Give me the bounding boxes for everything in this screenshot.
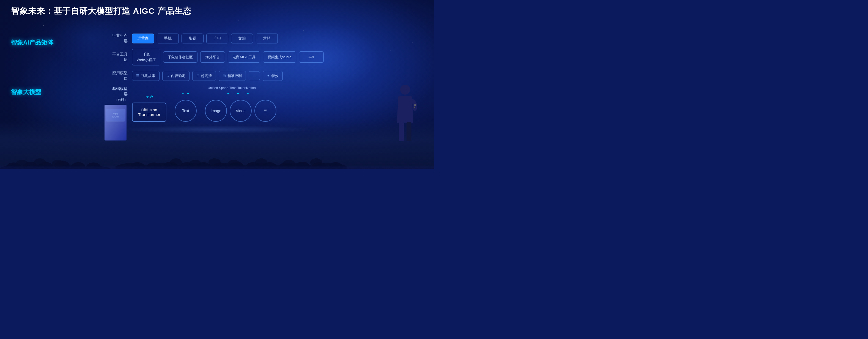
app-label: 应用模型层: [110, 70, 132, 81]
svg-rect-1: [106, 109, 125, 121]
svg-text:智见美好: 智见美好: [112, 116, 119, 118]
industry-cells: 运营商 手机 影视 广电 文旅 营销: [132, 34, 401, 43]
text-chevrons: ⌃⌃: [181, 92, 190, 98]
ust-label: Unified Space-Time Tokenization: [208, 86, 276, 90]
industry-cell-0[interactable]: 运营商: [132, 34, 154, 43]
app-cell-visual-text: 视觉故事: [141, 73, 155, 79]
ust-chevrons: ⌃⌃⌃: [205, 92, 276, 98]
app-cell-control-text: 精准控制: [227, 73, 242, 79]
svg-point-4: [400, 85, 410, 95]
industry-label: 行业生态层: [110, 33, 132, 44]
foundation-label: 基础模型层 （自研）: [110, 86, 132, 102]
foundation-cells: ⌃⌃ Diffusion Transformer ⌃⌃ Text Unified…: [132, 86, 401, 122]
platform-cell-4[interactable]: 视频生成studio: [263, 52, 296, 63]
platform-cell-5[interactable]: API: [299, 52, 324, 63]
platform-cell-2[interactable]: 海外平台: [200, 52, 225, 63]
left-panel: 智象AI产品矩阵 智象大模型: [11, 38, 53, 96]
diffusion-transformer-box: Diffusion Transformer: [132, 102, 166, 122]
platform-row: 平台工具层 千象Web/小程序 千象创作者社区 海外平台 电商AIGC工具 视频…: [110, 49, 401, 65]
industry-cell-4[interactable]: 文旅: [231, 34, 253, 43]
app-cell-effect[interactable]: ✦ 特效: [262, 71, 283, 81]
app-row: 应用模型层 ☰ 视觉故事 ⊙ 内容确定 ⊡ 超高清 ⊞ 精准控制: [110, 70, 401, 81]
image-circle: Image: [205, 100, 227, 122]
industry-cell-2[interactable]: 影视: [182, 34, 204, 43]
big-model-label: 智象大模型: [11, 88, 53, 96]
svg-rect-38: [0, 165, 434, 170]
grid-area: 行业生态层 运营商 手机 影视 广电 文旅 营销 平台工具层 千象Web/小程序…: [110, 33, 401, 122]
effect-icon: ✦: [267, 74, 270, 78]
hd-icon: ⊡: [196, 74, 199, 78]
visual-icon: ☰: [136, 74, 140, 78]
platform-cells: 千象Web/小程序 千象创作者社区 海外平台 电商AIGC工具 视频生成stud…: [132, 49, 401, 65]
ust-group: Unified Space-Time Tokenization ⌃⌃⌃ Imag…: [205, 86, 276, 122]
main-title: 智象未来：基于自研大模型打造 AIGC 产品生态: [11, 5, 423, 17]
content-icon: ⊙: [166, 74, 169, 78]
text-circle: Text: [175, 100, 197, 122]
ai-product-label: 智象AI产品矩阵: [11, 38, 53, 47]
app-cell-control[interactable]: ⊞ 精准控制: [219, 71, 246, 81]
app-cell-visual[interactable]: ☰ 视觉故事: [132, 71, 159, 81]
industry-row: 行业生态层 运营商 手机 影视 广电 文旅 营销: [110, 33, 401, 44]
audience-silhouette: [0, 136, 434, 170]
app-cell-dots: ···: [249, 71, 260, 80]
app-cell-effect-text: 特效: [272, 73, 279, 79]
foundation-row: 基础模型层 （自研） ⌃⌃ Diffusion Transformer ⌃⌃ T…: [110, 86, 401, 122]
platform-cell-0[interactable]: 千象Web/小程序: [132, 49, 160, 65]
text-token-item: ⌃⌃ Text: [175, 92, 197, 122]
other-circle: 三: [254, 100, 276, 122]
app-cell-content-text: 内容确定: [171, 73, 185, 79]
industry-cell-5[interactable]: 营销: [256, 34, 278, 43]
dots-text: ···: [253, 74, 256, 78]
app-cells: ☰ 视觉故事 ⊙ 内容确定 ⊡ 超高清 ⊞ 精准控制 ···: [132, 71, 401, 81]
platform-cell-1[interactable]: 千象创作者社区: [163, 52, 197, 63]
industry-cell-3[interactable]: 广电: [206, 34, 228, 43]
app-cell-content[interactable]: ⊙ 内容确定: [162, 71, 189, 81]
industry-cell-1[interactable]: 手机: [157, 34, 179, 43]
platform-cell-3[interactable]: 电商AIGC工具: [228, 52, 260, 63]
app-cell-hd-text: 超高清: [201, 73, 212, 79]
svg-point-8: [414, 104, 416, 106]
video-circle: Video: [230, 100, 252, 122]
app-cell-hd[interactable]: ⊡ 超高清: [192, 71, 216, 81]
diffusion-item: ⌃⌃ Diffusion Transformer: [132, 95, 166, 122]
platform-label: 平台工具层: [110, 52, 132, 62]
ust-circles: Image Video 三: [205, 100, 276, 122]
svg-text:AI领域: AI领域: [113, 113, 119, 115]
control-icon: ⊞: [223, 74, 226, 78]
